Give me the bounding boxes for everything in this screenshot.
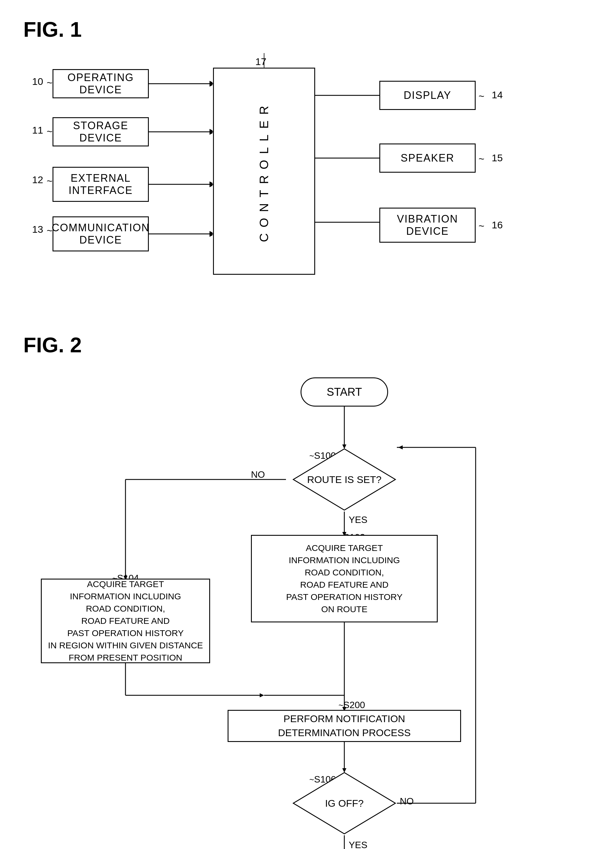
operating-device-block: OPERATING DEVICE: [52, 69, 149, 98]
start-oval: START: [301, 377, 388, 407]
svg-marker-21: [260, 693, 264, 697]
svg-marker-11: [210, 231, 212, 237]
s106-diamond: IG OFF?: [292, 771, 397, 835]
s104-block: ACQUIRE TARGET INFORMATION INCLUDING ROA…: [41, 579, 210, 663]
communication-device-block: COMMUNICATION DEVICE: [52, 216, 149, 252]
vibration-device-block: VIBRATION DEVICE: [379, 208, 476, 243]
display-block: DISPLAY: [379, 81, 476, 110]
s102-block: ACQUIRE TARGET INFORMATION INCLUDING ROA…: [251, 535, 438, 623]
svg-marker-10: [210, 182, 212, 187]
fig2-label: FIG. 2: [23, 333, 593, 357]
ref-12-tilde: ~: [47, 175, 52, 187]
fig1-container: 17 10 ~ OPERATING DEVICE 11 ~ STORAGE DE…: [23, 53, 578, 292]
s200-block: PERFORM NOTIFICATION DETERMINATION PROCE…: [228, 710, 461, 742]
ref-15-tilde: ~: [479, 153, 485, 164]
speaker-block: SPEAKER: [379, 143, 476, 173]
ref-15: 15: [492, 152, 503, 164]
fig1-label: FIG. 1: [23, 18, 593, 42]
ref-13: 13: [32, 224, 43, 235]
external-interface-block: EXTERNAL INTERFACE: [52, 167, 149, 202]
s100-diamond: ROUTE IS SET?: [292, 447, 397, 512]
ref-16-tilde: ~: [479, 220, 485, 232]
yes-label-s100: YES: [349, 514, 367, 525]
ref-10-tilde: ~: [47, 77, 52, 88]
ref-14: 14: [492, 89, 503, 101]
no-label-s100: NO: [251, 469, 265, 480]
ref-11: 11: [32, 125, 43, 136]
ref-10: 10: [32, 76, 43, 87]
controller-block: CONTROLLER: [213, 68, 315, 275]
ref-16: 16: [492, 219, 503, 231]
s200-ref: ~S200: [339, 700, 365, 710]
ref-12: 12: [32, 174, 43, 186]
ref-11-tilde: ~: [47, 126, 52, 137]
no-label-s106: NO: [400, 796, 414, 807]
ref-17: 17: [255, 56, 266, 67]
fig2-container: START ~S100 ROUTE IS SET? NO YES ~S104 A…: [23, 369, 578, 849]
svg-marker-8: [210, 81, 212, 86]
yes-label-s106: YES: [349, 840, 367, 849]
svg-marker-31: [398, 445, 403, 450]
svg-marker-9: [210, 129, 212, 135]
storage-device-block: STORAGE DEVICE: [52, 117, 149, 146]
ref-14-tilde: ~: [479, 91, 485, 102]
